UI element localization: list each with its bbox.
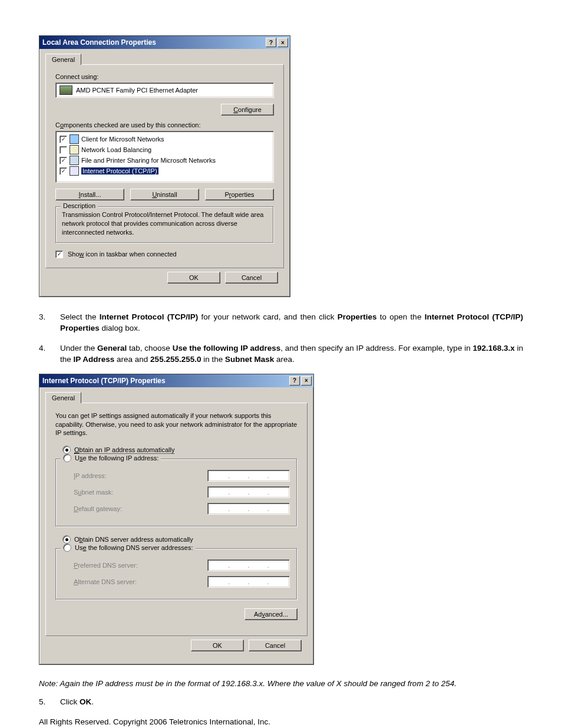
dialog-title: Internet Protocol (TCP/IP) Properties (42, 377, 288, 385)
list-item[interactable]: Network Load Balancing (58, 144, 271, 155)
dialog-lan-properties: Local Area Connection Properties ? × Gen… (39, 35, 290, 297)
checkbox[interactable]: ✓ (59, 167, 67, 175)
titlebar: Local Area Connection Properties ? × (39, 36, 290, 49)
tab-general[interactable]: General (45, 54, 81, 65)
manual-ip-group: Use the following IP address: IP address… (55, 459, 297, 527)
page-footer: All Rights Reserved. Copyright 2006 Tele… (39, 716, 523, 728)
dialog-tcpip-properties: Internet Protocol (TCP/IP) Properties ? … (39, 374, 314, 666)
cancel-button[interactable]: Cancel (249, 640, 302, 651)
description-legend: Description (61, 202, 98, 209)
intro-text: You can get IP settings assigned automat… (55, 411, 297, 438)
component-label: Client for Microsoft Networks (81, 136, 164, 143)
install-button[interactable]: Install... (55, 189, 124, 200)
instruction-step-5: 5. Click OK. (39, 696, 523, 708)
close-button[interactable]: × (277, 38, 288, 47)
cancel-button[interactable]: Cancel (225, 272, 278, 284)
help-button[interactable]: ? (266, 38, 276, 47)
component-label: File and Printer Sharing for Microsoft N… (81, 157, 216, 164)
instruction-step-3: 3. Select the Internet Protocol (TCP/IP)… (39, 311, 523, 334)
radio-obtain-ip-auto[interactable] (62, 446, 71, 454)
checkbox[interactable] (59, 146, 67, 154)
radio-obtain-dns-auto-label: Obtain DNS server address automatically (74, 536, 193, 543)
fileshare-icon (70, 156, 79, 165)
subnet-mask-label: Subnet mask: (74, 489, 113, 496)
titlebar: Internet Protocol (TCP/IP) Properties ? … (39, 374, 313, 387)
alternate-dns-label: Alternate DNS server: (74, 578, 137, 585)
connect-using-label: Connect using: (55, 73, 274, 80)
description-text: Transmission Control Protocol/Internet P… (62, 210, 267, 237)
components-label: Components checked are used by this conn… (55, 121, 274, 129)
uninstall-button[interactable]: Uninstall (130, 189, 199, 200)
ip-address-label: IP address: (74, 472, 106, 479)
ok-button[interactable]: OK (191, 640, 244, 651)
alternate-dns-field[interactable]: ... (207, 576, 290, 588)
properties-button[interactable]: Properties (205, 189, 274, 200)
adapter-name: AMD PCNET Family PCI Ethernet Adapter (76, 87, 198, 94)
note-text: Note: Again the IP address must be in th… (39, 679, 523, 688)
manual-dns-group: Use the following DNS server addresses: … (55, 548, 297, 600)
ip-address-field[interactable]: ... (207, 470, 290, 482)
dialog-title: Local Area Connection Properties (42, 38, 265, 47)
radio-obtain-dns-auto[interactable] (62, 535, 71, 543)
instruction-step-4: 4. Under the General tab, choose Use the… (39, 342, 523, 365)
radio-use-following-ip[interactable] (63, 454, 71, 462)
radio-use-following-dns-label: Use the following DNS server addresses: (75, 544, 193, 551)
tcpip-icon (70, 166, 79, 176)
configure-button[interactable]: Configure (221, 104, 274, 116)
advanced-button[interactable]: Advanced... (244, 608, 297, 620)
radio-obtain-ip-auto-label: Obtain an IP address automatically (74, 446, 174, 454)
ok-button[interactable]: OK (167, 272, 220, 284)
checkbox[interactable]: ✓ (59, 157, 67, 164)
client-icon (70, 134, 79, 144)
gateway-label: Default gateway: (74, 505, 122, 512)
nic-icon (59, 85, 72, 95)
checkbox[interactable]: ✓ (59, 136, 67, 143)
subnet-mask-field[interactable]: ... (207, 486, 290, 498)
radio-use-following-ip-label: Use the following IP address: (75, 454, 158, 462)
component-label: Internet Protocol (TCP/IP) (81, 167, 158, 174)
component-label: Network Load Balancing (81, 146, 151, 153)
help-button[interactable]: ? (289, 376, 300, 386)
preferred-dns-label: Preferred DNS server: (74, 562, 138, 569)
list-item[interactable]: ✓ Client for Microsoft Networks (58, 134, 271, 144)
list-item[interactable]: ✓ Internet Protocol (TCP/IP) (58, 166, 271, 176)
show-icon-checkbox[interactable]: ✓ (55, 251, 63, 258)
adapter-field: AMD PCNET Family PCI Ethernet Adapter (55, 83, 274, 98)
show-icon-label: Show icon in taskbar when connected (68, 251, 177, 258)
list-item[interactable]: ✓ File and Printer Sharing for Microsoft… (58, 155, 271, 166)
radio-use-following-dns[interactable] (63, 543, 71, 552)
gateway-field[interactable]: ... (207, 503, 290, 515)
preferred-dns-field[interactable]: ... (207, 559, 290, 571)
close-button[interactable]: × (301, 376, 312, 386)
description-group: Description Transmission Control Protoco… (55, 206, 274, 243)
components-list[interactable]: ✓ Client for Microsoft Networks Network … (55, 131, 274, 183)
tab-general[interactable]: General (45, 392, 81, 403)
nlb-icon (70, 145, 79, 154)
